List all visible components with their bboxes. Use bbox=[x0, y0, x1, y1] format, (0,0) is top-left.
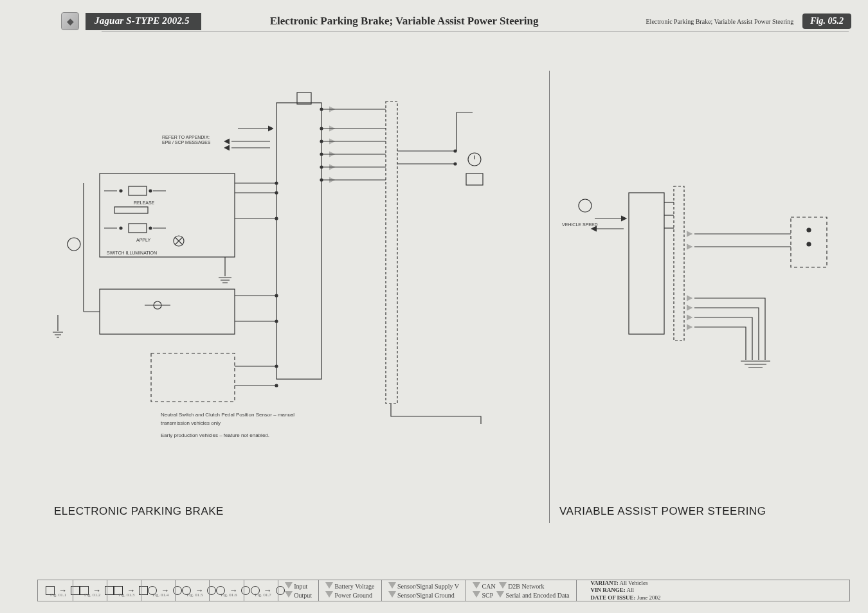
svg-rect-2 bbox=[100, 173, 235, 257]
svg-point-34 bbox=[579, 199, 592, 212]
svg-rect-33 bbox=[629, 193, 664, 334]
svg-point-22 bbox=[320, 108, 323, 111]
svg-point-26 bbox=[320, 166, 323, 168]
vertical-divider bbox=[549, 71, 550, 523]
svg-point-24 bbox=[320, 140, 323, 143]
header-divider bbox=[102, 31, 849, 31]
switch-illum-label: SWITCH ILLUMINATION bbox=[107, 251, 157, 255]
page-subtitle: Electronic Parking Brake; Variable Assis… bbox=[646, 18, 794, 25]
release-label: RELEASE bbox=[134, 200, 155, 205]
legend-sq-sq-2: →Fig. 01.2 bbox=[73, 580, 107, 601]
svg-rect-32 bbox=[466, 173, 483, 185]
svg-rect-0 bbox=[276, 103, 321, 379]
section-epb-title: ELECTRONIC PARKING BRAKE bbox=[54, 505, 224, 518]
svg-rect-19 bbox=[151, 353, 235, 402]
svg-rect-28 bbox=[386, 102, 397, 404]
epb-diagram: REFER TO APPENDIX: EPB / SCP MESSAGES RE… bbox=[39, 64, 540, 424]
svg-point-8 bbox=[120, 227, 122, 229]
legend-signal: Sensor/Signal Supply V Sensor/Signal Gro… bbox=[381, 580, 466, 601]
svg-point-27 bbox=[320, 179, 323, 181]
svg-point-17 bbox=[275, 294, 278, 297]
page-header: ◆ Jaguar S-TYPE 2002.5 Electronic Parkin… bbox=[0, 12, 868, 31]
jaguar-logo: ◆ bbox=[61, 12, 79, 30]
legend-io: Input Output bbox=[278, 580, 318, 601]
svg-point-5 bbox=[149, 190, 152, 192]
appendix-label: REFER TO APPENDIX: EPB / SCP MESSAGES bbox=[162, 135, 211, 145]
svg-point-38 bbox=[807, 242, 811, 246]
legend-ci-ci-2: →Fig. 01.5 bbox=[175, 580, 209, 601]
svg-point-13 bbox=[275, 217, 278, 220]
vehicle-speed-label: VEHICLE SPEED bbox=[562, 222, 598, 227]
svg-rect-1 bbox=[297, 93, 311, 104]
svg-point-12 bbox=[275, 191, 278, 194]
apply-label: APPLY bbox=[136, 238, 150, 242]
legend-ci-ci-4: →Fig. 01.7 bbox=[244, 580, 278, 601]
svg-point-25 bbox=[320, 153, 323, 155]
figure-tag: Fig. 05.2 bbox=[802, 13, 851, 29]
svg-point-20 bbox=[275, 365, 278, 368]
legend-variant: VARIANT: All Vehicles VIN RANGE: All DAT… bbox=[576, 580, 675, 601]
diagram-notes: Neutral Switch and Clutch Pedal Position… bbox=[161, 411, 294, 440]
svg-rect-7 bbox=[129, 224, 147, 233]
svg-point-4 bbox=[120, 190, 122, 192]
svg-point-11 bbox=[275, 182, 278, 184]
legend-sq-sq-3: →Fig. 01.3 bbox=[107, 580, 141, 601]
svg-point-21 bbox=[275, 384, 278, 387]
vaps-diagram: VEHICLE SPEED bbox=[559, 167, 842, 386]
svg-rect-35 bbox=[674, 186, 684, 341]
legend-ci-ci-3: →Fig. 01.6 bbox=[209, 580, 243, 601]
section-vaps-title: VARIABLE ASSIST POWER STEERING bbox=[559, 505, 766, 518]
svg-rect-3 bbox=[129, 186, 147, 195]
legend-ci-ci-1: →Fig. 01.4 bbox=[141, 580, 175, 601]
svg-point-23 bbox=[320, 127, 323, 130]
svg-rect-14 bbox=[100, 289, 235, 334]
legend-sq-sq-1: →Fig. 01.1 bbox=[38, 580, 73, 601]
svg-point-37 bbox=[807, 228, 811, 232]
page-title: Electronic Parking Brake; Variable Assis… bbox=[163, 15, 646, 28]
svg-point-9 bbox=[149, 227, 152, 229]
legend-power: Battery Voltage Power Ground bbox=[318, 580, 381, 601]
svg-rect-6 bbox=[114, 207, 148, 213]
legend-bar: →Fig. 01.1 →Fig. 01.2 →Fig. 01.3 →Fig. 0… bbox=[37, 580, 850, 601]
legend-network: CAN D2B Network SCP Serial and Encoded D… bbox=[466, 580, 576, 601]
svg-point-16 bbox=[68, 238, 80, 251]
svg-point-30 bbox=[454, 163, 457, 165]
svg-point-18 bbox=[275, 320, 278, 323]
